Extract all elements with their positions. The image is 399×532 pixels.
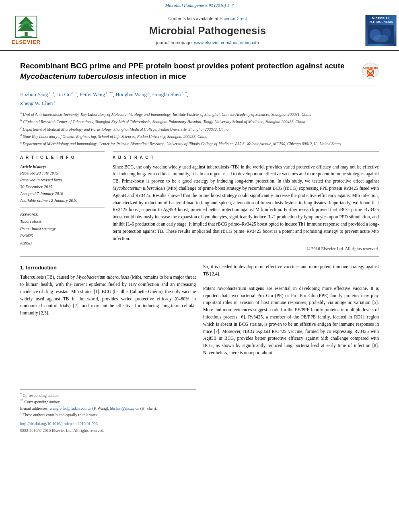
abstract-heading: A B S T R A C T xyxy=(113,155,379,160)
email-addresses-text: E-mail addresses: xyxy=(20,406,49,411)
article-info-col: A R T I C L E I N F O Article history: R… xyxy=(20,151,105,252)
author-jin-gu[interactable]: Jin Gu xyxy=(57,91,70,97)
article-title-section: Recombinant BCG prime and PPE protein bo… xyxy=(20,55,379,86)
article-info-heading: A R T I C L E I N F O xyxy=(20,155,105,160)
email-hbshen-link[interactable]: hbshen@ips.ac.cn xyxy=(110,406,140,411)
cover-text-line1: MICROBIAL xyxy=(372,17,390,20)
keyword-ag85b: Ag85B xyxy=(20,240,105,247)
affiliations: a Unit of Anti-tuberculosis Immunity, Ke… xyxy=(20,111,379,147)
accepted-date: Accepted 7 January 2016 xyxy=(20,191,105,197)
affiliation-a: a Unit of Anti-tuberculosis Immunity, Ke… xyxy=(20,111,379,117)
cover-text-line2: PATHOGENESIS xyxy=(369,21,393,24)
svg-rect-0 xyxy=(25,32,27,36)
intro-text-col2: So, it is needed to develop more effecti… xyxy=(203,263,379,278)
revised-date: 30 December 2015 xyxy=(20,184,105,191)
author-enzhuo-yang[interactable]: Enzhuo Yang xyxy=(20,91,48,97)
journal-citation: Microbial Pathogenesis 93 (2016) 1–7 xyxy=(165,3,234,8)
revised-label: Received in revised form xyxy=(20,177,105,184)
footnote-star: * Corresponding author. xyxy=(20,392,196,398)
journal-homepage: journal homepage: www.elsevier.com/locat… xyxy=(156,40,259,46)
author-sup-1: a, 1 xyxy=(48,91,54,95)
svg-text:CrossMark: CrossMark xyxy=(363,66,378,69)
main-col-right: So, it is needed to develop more effecti… xyxy=(203,263,379,433)
keywords-heading: Keywords: xyxy=(20,211,105,218)
abstract-col: A B S T R A C T Since BCG, the only vacc… xyxy=(113,151,379,252)
intro-text-col1: Tuberculosis (TB), caused by Mycobacteri… xyxy=(20,274,196,317)
affiliation-e: e Department of Microbiology and Immunol… xyxy=(20,140,379,147)
footnote-double-star: ** Corresponding author. xyxy=(20,398,196,405)
journal-homepage-link[interactable]: www.elsevier.com/locate/micpath xyxy=(194,40,259,45)
svg-rect-1 xyxy=(21,36,32,37)
keyword-prime-boost: Prime-boost strategy xyxy=(20,225,105,232)
cover-image xyxy=(367,25,395,44)
corresponding-author-label: Corresponding author. xyxy=(23,393,59,398)
received-date: Received 20 July 2015 xyxy=(20,170,105,177)
author-honghai-wang[interactable]: Honghai Wang xyxy=(115,91,147,97)
keyword-rv3425: Rv3425 xyxy=(20,232,105,240)
author-feifei-wang[interactable]: Feifei Wang xyxy=(80,91,105,97)
intro-text-col2b: Potent mycobacterium antigens are essent… xyxy=(203,285,379,357)
svg-point-10 xyxy=(362,63,378,79)
abstract-text: Since BCG, the only vaccine widely used … xyxy=(113,164,379,242)
author-sup-3: c, ** xyxy=(105,91,113,95)
footnotes-area: * Corresponding author. ** Corresponding… xyxy=(20,389,196,418)
authors-line: Enzhuo Yang a, 1, Jin Gu b, 1, Feifei Wa… xyxy=(20,90,379,108)
journal-banner: ELSEVIER Contents lists available at Sci… xyxy=(0,10,399,51)
journal-cover-area: MICROBIAL PATHOGENESIS xyxy=(363,13,399,48)
journal-banner-center: Contents lists available at ScienceDirec… xyxy=(52,13,363,48)
author-sup-6: e xyxy=(53,100,55,104)
crossmark-badge[interactable]: CrossMark xyxy=(362,62,379,79)
keyword-tuberculosis: Tuberculosis xyxy=(20,218,105,225)
affiliation-b: b Clinic and Research Center of Tubercul… xyxy=(20,118,379,125)
keywords-section: Keywords: Tuberculosis Prime-boost strat… xyxy=(20,211,105,246)
journal-title: Microbial Pathogenesis xyxy=(149,23,266,38)
article-info-abstract: A R T I C L E I N F O Article history: R… xyxy=(20,151,379,252)
affiliation-d: d State Key Laboratory of Genetic Engine… xyxy=(20,133,379,140)
article-body: Recombinant BCG prime and PPE protein bo… xyxy=(0,51,399,442)
article-title: Recombinant BCG prime and PPE protein bo… xyxy=(20,61,362,81)
author-sup-5: a, * xyxy=(181,91,187,95)
main-content: 1. Inrroduction Tuberculosis (TB), cause… xyxy=(20,263,379,433)
elsevier-text: ELSEVIER xyxy=(12,39,41,46)
author-sup-4: d xyxy=(147,91,150,95)
article-history: Article history: Received 20 July 2015 R… xyxy=(20,164,105,208)
author-zheng-chen[interactable]: Zheng W. Chen xyxy=(20,100,53,106)
copyright-line: © 2016 Elsevier Ltd. All rights reserved… xyxy=(113,246,379,252)
history-heading: Article history: xyxy=(20,164,105,170)
section-divider xyxy=(20,257,379,257)
footnote-equal-contrib: 1 These authors contributed equally to t… xyxy=(20,411,196,418)
main-col-left: 1. Inrroduction Tuberculosis (TB), cause… xyxy=(20,263,196,433)
affiliation-c: c Department of Medical Microbiology and… xyxy=(20,126,379,132)
available-date: Available online 12 January 2016 xyxy=(20,197,105,204)
author-sup-2: b, 1 xyxy=(70,91,77,95)
intro-heading: 1. Inrroduction xyxy=(20,264,196,271)
sciencedirect-link[interactable]: ScienceDirect xyxy=(220,16,247,21)
elsevier-logo: ELSEVIER xyxy=(12,16,41,46)
footnote-email: E-mail addresses: wangfeifei@fudan.edu.c… xyxy=(20,405,196,411)
corresponding-author-label-2: Corresponding author. xyxy=(25,400,60,405)
doi-link[interactable]: http://dx.doi.org/10.1016/j.micpath.2016… xyxy=(20,421,98,426)
svg-point-9 xyxy=(373,35,389,43)
elsevier-logo-area: ELSEVIER xyxy=(0,13,52,48)
journal-top-bar: Microbial Pathogenesis 93 (2016) 1–7 xyxy=(0,0,399,10)
journal-cover: MICROBIAL PATHOGENESIS xyxy=(365,15,397,46)
author-hongbo-shen[interactable]: Hongbo Shen xyxy=(152,91,181,97)
footer-copyright: 0882-4010/© 2016 Elsevier Ltd. All right… xyxy=(20,428,196,433)
contents-available: Contents lists available at ScienceDirec… xyxy=(168,16,247,22)
elsevier-tree-icon xyxy=(14,16,38,38)
article-footer: http://dx.doi.org/10.1016/j.micpath.2016… xyxy=(20,421,196,433)
email-feifei-link[interactable]: wangfeifei@fudan.edu.cn xyxy=(49,406,91,411)
